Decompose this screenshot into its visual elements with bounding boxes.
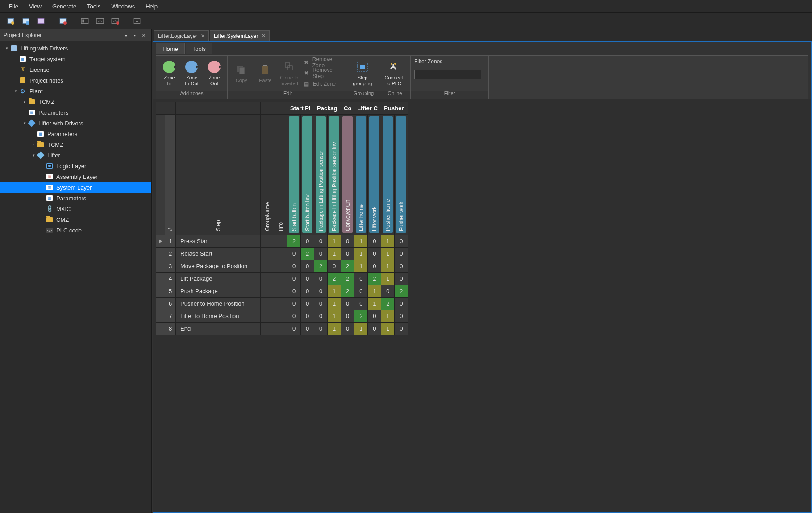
table-row[interactable]: 6Pusher to Home Position000100120 <box>156 298 408 310</box>
groupname-cell[interactable] <box>261 260 274 273</box>
zone-value-cell[interactable]: 0 <box>395 248 408 260</box>
ribbon-tab-home[interactable]: Home <box>156 43 185 54</box>
zone-value-cell[interactable]: 0 <box>314 273 328 285</box>
groupname-cell[interactable] <box>261 248 274 260</box>
zone-value-cell[interactable]: 0 <box>395 235 408 248</box>
zone-value-cell[interactable]: 0 <box>341 323 354 335</box>
zone-column-header[interactable]: Lifter work <box>368 115 381 235</box>
tree-item[interactable]: ▥Assembly Layer <box>0 171 151 182</box>
groupname-cell[interactable] <box>261 285 274 298</box>
groupname-cell[interactable] <box>261 235 274 248</box>
zone-column-header[interactable]: Start button <box>287 115 301 235</box>
step-grouping-button[interactable]: Step grouping <box>352 60 373 86</box>
zone-value-cell[interactable]: 1 <box>381 260 395 273</box>
zone-value-cell[interactable]: 2 <box>341 285 354 298</box>
tree-item[interactable]: Project notes <box>0 75 151 86</box>
row-marker[interactable] <box>156 285 165 298</box>
zone-column-header[interactable]: Pusher work <box>395 115 408 235</box>
zone-value-cell[interactable]: 0 <box>341 248 354 260</box>
tree-item[interactable]: ▸TCMZ <box>0 139 151 150</box>
tree-item[interactable]: ▾⚙Plant <box>0 86 151 96</box>
row-marker[interactable] <box>156 323 165 335</box>
zone-value-cell[interactable]: 0 <box>287 323 301 335</box>
zone-value-cell[interactable]: 0 <box>314 285 328 298</box>
zone-value-cell[interactable]: 2 <box>314 260 328 273</box>
zone-value-cell[interactable]: 0 <box>287 310 301 323</box>
zone-value-cell[interactable]: 0 <box>395 323 408 335</box>
tree-item[interactable]: ⚿License <box>0 64 151 75</box>
zone-column-header[interactable]: Lifter home <box>354 115 368 235</box>
zone-column-header[interactable]: Pusher home <box>381 115 395 235</box>
zone-value-cell[interactable]: 1 <box>328 235 341 248</box>
tree-item[interactable]: ▦Target system <box>0 54 151 64</box>
zone-value-cell[interactable]: 1 <box>328 323 341 335</box>
tree-item[interactable]: 🔗MXIC <box>0 203 151 214</box>
menu-file[interactable]: File <box>4 1 24 12</box>
zone-value-cell[interactable]: 1 <box>328 248 341 260</box>
zone-value-cell[interactable]: 1 <box>381 248 395 260</box>
close-icon[interactable]: ✕ <box>262 33 266 39</box>
zone-value-cell[interactable]: 0 <box>368 323 381 335</box>
zone-value-cell[interactable]: 0 <box>301 298 314 310</box>
toolbar-btn-5[interactable] <box>79 15 91 27</box>
zone-value-cell[interactable]: 2 <box>395 285 408 298</box>
zone-value-cell[interactable]: 0 <box>341 298 354 310</box>
zone-column-header[interactable]: Package in Lifting Position sensor <box>314 115 328 235</box>
zone-column-header[interactable]: Start button Inv <box>301 115 314 235</box>
toolbar-btn-1[interactable] <box>4 15 17 27</box>
row-marker[interactable] <box>156 273 165 285</box>
menu-generate[interactable]: Generate <box>47 1 82 12</box>
copy-button[interactable]: Copy <box>231 63 252 83</box>
groupname-cell[interactable] <box>261 310 274 323</box>
step-name-cell[interactable]: Pusher to Home Position <box>176 298 261 310</box>
row-marker[interactable] <box>156 260 165 273</box>
zone-value-cell[interactable]: 1 <box>381 235 395 248</box>
paste-button[interactable]: Paste <box>255 63 276 83</box>
tree-twisty-icon[interactable]: ▸ <box>21 99 28 104</box>
zone-value-cell[interactable]: 0 <box>301 310 314 323</box>
remove-step-button[interactable]: ✖Remove Step <box>303 68 344 78</box>
zone-value-cell[interactable]: 2 <box>341 273 354 285</box>
table-row[interactable]: 2Relase Start020101010 <box>156 248 408 260</box>
zone-value-cell[interactable]: 0 <box>287 298 301 310</box>
zone-value-cell[interactable]: 2 <box>354 310 368 323</box>
toolbar-btn-8[interactable] <box>131 15 143 27</box>
zone-value-cell[interactable]: 0 <box>287 248 301 260</box>
zone-in-button[interactable]: Zone In <box>160 60 179 86</box>
toolbar-btn-2[interactable] <box>20 15 32 27</box>
zone-value-cell[interactable]: 0 <box>368 248 381 260</box>
table-row[interactable]: 7Lifter to Home Position000102010 <box>156 310 408 323</box>
zone-value-cell[interactable]: 0 <box>395 310 408 323</box>
row-marker[interactable] <box>156 248 165 260</box>
zone-value-cell[interactable]: 0 <box>314 298 328 310</box>
toolbar-btn-3[interactable] <box>35 15 47 27</box>
toolbar-btn-4[interactable] <box>57 15 69 27</box>
zone-value-cell[interactable]: 2 <box>287 235 301 248</box>
zone-out-button[interactable]: Zone Out <box>205 60 224 86</box>
toolbar-btn-7[interactable]: </> <box>109 15 121 27</box>
zone-value-cell[interactable]: 1 <box>381 323 395 335</box>
groupname-cell[interactable] <box>261 298 274 310</box>
zone-value-cell[interactable]: 2 <box>328 273 341 285</box>
zone-value-cell[interactable]: 0 <box>368 235 381 248</box>
zone-column-header[interactable]: Package in Lifting Position sensor Inv <box>328 115 341 235</box>
step-name-cell[interactable]: Press Start <box>176 235 261 248</box>
tree-item[interactable]: ▾Lifting with Drivers <box>0 43 151 54</box>
zone-value-cell[interactable]: 0 <box>301 323 314 335</box>
ribbon-tab-tools[interactable]: Tools <box>186 43 212 54</box>
zone-value-cell[interactable]: 0 <box>287 285 301 298</box>
info-cell[interactable] <box>274 298 287 310</box>
filter-zones-input[interactable] <box>414 70 481 79</box>
zone-value-cell[interactable]: 0 <box>314 310 328 323</box>
panel-pin-icon[interactable]: ▪ <box>131 31 139 39</box>
step-name-cell[interactable]: Relase Start <box>176 248 261 260</box>
tree-item[interactable]: ▾Lifter with Drivers <box>0 118 151 128</box>
zone-value-cell[interactable]: 0 <box>395 260 408 273</box>
table-row[interactable]: 1Press Start200101010 <box>156 235 408 248</box>
tree-twisty-icon[interactable]: ▸ <box>30 142 37 147</box>
zone-value-cell[interactable]: 0 <box>314 248 328 260</box>
info-cell[interactable] <box>274 310 287 323</box>
groupname-cell[interactable] <box>261 273 274 285</box>
zone-value-cell[interactable]: 1 <box>381 273 395 285</box>
zone-value-cell[interactable]: 1 <box>368 285 381 298</box>
